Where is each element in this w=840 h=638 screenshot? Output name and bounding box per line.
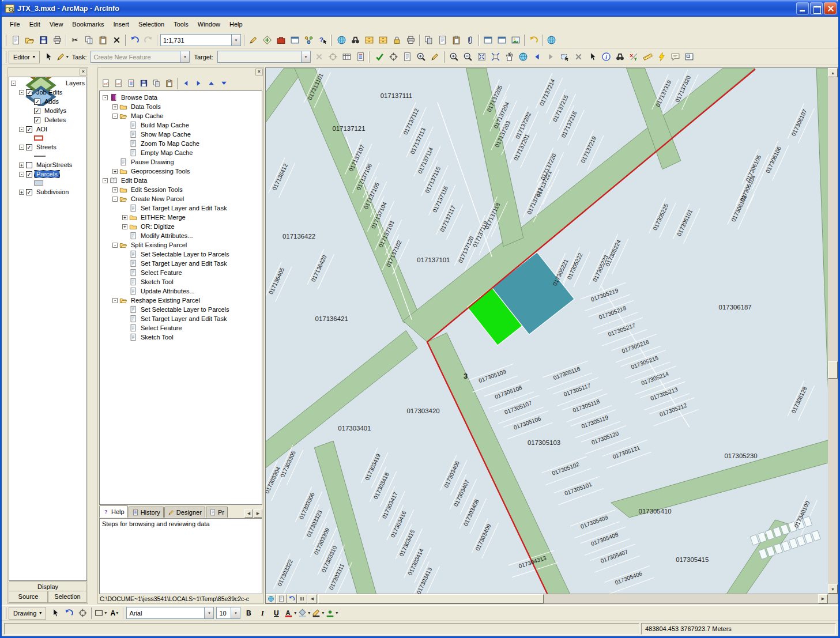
layer-checkbox[interactable]: ✓: [34, 117, 40, 123]
toc-layer-aoi[interactable]: -✓AOI: [9, 124, 86, 134]
vertical-scroll-thumb[interactable]: [828, 361, 838, 379]
measure-button[interactable]: [641, 50, 654, 63]
task-tree-item[interactable]: Show Map Cache: [101, 130, 262, 139]
scroll-down-icon[interactable]: ▼: [828, 584, 838, 594]
map-vertical-scrollbar[interactable]: ▲ ▼: [828, 68, 838, 594]
task-tree-item[interactable]: +OR: Digitize: [101, 222, 262, 231]
layer-checkbox[interactable]: ✓: [26, 126, 32, 133]
task-tree-item[interactable]: -Split Existing Parcel: [101, 240, 262, 250]
tab-history[interactable]: History: [129, 507, 164, 518]
forward-extent-button[interactable]: [544, 50, 558, 63]
layer-checkbox[interactable]: ✓: [26, 189, 32, 195]
refresh-view-button[interactable]: [287, 594, 297, 603]
tab-help[interactable]: ?Help: [99, 505, 128, 518]
undo-button[interactable]: [127, 33, 141, 47]
task-tree-item[interactable]: Update Attributes...: [101, 286, 262, 296]
editor-menu[interactable]: Editor▾: [9, 51, 40, 63]
expander-icon[interactable]: -: [11, 81, 16, 86]
toolbar-grip-handle[interactable]: [443, 51, 445, 63]
html-popup-button[interactable]: [668, 50, 682, 63]
expander-icon[interactable]: +: [19, 163, 24, 168]
map-canvas[interactable]: 0173131010171364120171364220171364050171…: [266, 68, 828, 594]
font-size-combo[interactable]: 10▼: [216, 607, 240, 619]
restore-button[interactable]: [810, 2, 823, 14]
hyperlink-button[interactable]: [654, 50, 668, 63]
zoom-out-button[interactable]: [461, 50, 474, 63]
print-button[interactable]: [50, 33, 64, 47]
toc-tab-source[interactable]: Source: [9, 591, 48, 603]
command-line-button[interactable]: [288, 33, 302, 47]
fixed-zoom-out-button[interactable]: [488, 50, 502, 63]
chevron-down-icon[interactable]: ▼: [180, 51, 189, 62]
toolbar-grip-handle[interactable]: [5, 607, 6, 619]
task-tree-item[interactable]: -Browse Data: [101, 93, 262, 102]
layer-checkbox[interactable]: ✓: [34, 108, 40, 114]
bold-button[interactable]: B: [242, 606, 255, 620]
layer-checkbox[interactable]: [26, 162, 32, 168]
new-window-button[interactable]: [495, 33, 508, 47]
shape-tool-button[interactable]: ▾: [93, 606, 107, 620]
toolbar-grip-handle[interactable]: [5, 51, 6, 63]
aoi-symbol[interactable]: [34, 135, 43, 141]
data-view-button[interactable]: [266, 594, 276, 603]
menu-edit[interactable]: Edit: [25, 18, 45, 30]
scroll-left-icon[interactable]: ◀: [307, 594, 317, 603]
layout-view-button[interactable]: [276, 594, 287, 603]
horizontal-scroll-track[interactable]: [317, 594, 818, 603]
jtx-job-manager-button[interactable]: [334, 33, 348, 47]
tab-designer[interactable]: Designer: [164, 507, 205, 518]
menu-view[interactable]: View: [45, 18, 68, 30]
edit-vertices-button[interactable]: [76, 606, 89, 620]
move-right-button[interactable]: [192, 77, 205, 89]
target-combo[interactable]: ▼: [217, 51, 311, 63]
lock-button[interactable]: [390, 33, 404, 47]
editor-toolbar-toggle[interactable]: [246, 33, 260, 47]
select-elements-button[interactable]: [48, 606, 62, 620]
toc-layer-parcels[interactable]: -✓Parcels: [9, 169, 86, 179]
paste-task-button[interactable]: [163, 77, 175, 89]
whats-this-button[interactable]: ?: [315, 33, 329, 47]
save-tasks-button[interactable]: [137, 77, 150, 89]
expander-icon[interactable]: -: [112, 197, 118, 202]
close-icon[interactable]: ×: [80, 69, 87, 75]
select-features-button[interactable]: [558, 50, 571, 63]
select-elements-button[interactable]: [585, 50, 599, 63]
clipboard-button[interactable]: [449, 33, 463, 47]
layer-checkbox[interactable]: ✓: [26, 144, 32, 150]
menu-selection[interactable]: Selection: [134, 18, 169, 30]
text-tool-button[interactable]: A▾: [107, 606, 121, 620]
move-down-button[interactable]: [217, 77, 230, 89]
expander-icon[interactable]: +: [112, 104, 118, 110]
copy-map-button[interactable]: [421, 33, 435, 47]
add-data-button[interactable]: [260, 33, 274, 47]
map-scale-combo[interactable]: 1:1,731▼: [160, 34, 241, 46]
find-button[interactable]: [613, 50, 627, 63]
toolbar-grip-handle[interactable]: [330, 35, 332, 46]
save-button[interactable]: [36, 33, 50, 47]
report-button[interactable]: [125, 77, 137, 89]
expander-icon[interactable]: +: [122, 215, 127, 220]
fill-symbol[interactable]: [34, 180, 43, 186]
minimize-button[interactable]: [796, 2, 809, 14]
task-tree-item[interactable]: -Reshape Existing Parcel: [101, 296, 262, 305]
attributes-button[interactable]: [340, 50, 353, 63]
rotate-tool-button[interactable]: [326, 50, 340, 63]
toc-layer-modifys[interactable]: ✓Modifys: [9, 106, 86, 115]
expander-icon[interactable]: -: [19, 90, 24, 95]
task-tree-item[interactable]: Pause Drawing: [101, 157, 262, 167]
task-tree-item[interactable]: -Map Cache: [101, 111, 262, 120]
refresh-button[interactable]: [526, 33, 540, 47]
annotation-button[interactable]: [428, 50, 442, 63]
new-map-button[interactable]: [9, 33, 22, 47]
open-xml-button[interactable]: xml: [99, 77, 112, 89]
preview-button[interactable]: [414, 50, 428, 63]
toc-tab-selection[interactable]: Selection: [48, 591, 87, 603]
toc-layer-majorstreets[interactable]: +MajorStreets: [9, 160, 86, 169]
task-tree-item[interactable]: Build Map Cache: [101, 120, 262, 130]
marker-color-button[interactable]: ▾: [325, 606, 338, 620]
attachment-button[interactable]: [463, 33, 477, 47]
display-tab[interactable]: Display: [9, 582, 87, 591]
vertical-scroll-track[interactable]: [828, 77, 838, 584]
expander-icon[interactable]: -: [103, 95, 108, 100]
map-horizontal-scrollbar[interactable]: ◀ ▶: [266, 594, 838, 603]
